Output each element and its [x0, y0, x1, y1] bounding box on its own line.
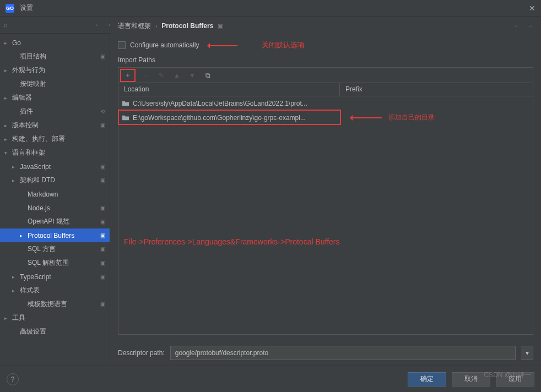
tree-item-label: Node.js	[28, 204, 99, 212]
tree-arrow-icon: ▸	[4, 95, 12, 101]
edit-button[interactable]: ✎	[156, 70, 166, 80]
tree-item-label: 版本控制	[12, 121, 99, 130]
apply-button[interactable]: 应用	[496, 372, 534, 386]
app-icon: GO	[6, 4, 14, 13]
tree-item-16[interactable]: SQL 解析范围▣	[0, 256, 110, 270]
chevron-right-icon: ›	[155, 23, 157, 29]
cancel-button[interactable]: 取消	[452, 372, 490, 386]
tree-item-11[interactable]: Markdown	[0, 187, 110, 201]
import-paths-toolbar: ＋ － ✎ ▲ ▼ ⧉	[118, 67, 533, 83]
content-pane: 语言和框架 › Protocol Buffers ▣ ← → Configure…	[110, 17, 541, 366]
scope-badge-icon	[99, 94, 106, 102]
scope-badge-icon: ▣	[99, 218, 106, 226]
tree-item-label: 工具	[12, 313, 99, 323]
tree-arrow-icon: ▸	[12, 164, 20, 170]
tree-item-label: 外观与行为	[12, 66, 99, 75]
search-input[interactable]	[9, 19, 94, 31]
tree-item-8[interactable]: ▾语言和框架	[0, 146, 110, 160]
descriptor-input[interactable]	[170, 346, 516, 360]
tree-arrow-icon: ▸	[4, 315, 12, 321]
tree-item-label: TypeScript	[20, 273, 99, 281]
tree-item-13[interactable]: OpenAPI 规范▣	[0, 215, 110, 228]
history-back-icon[interactable]: ←	[513, 22, 520, 30]
tree-item-3[interactable]: 按键映射	[0, 77, 110, 91]
scope-badge-icon	[99, 314, 106, 322]
tree-item-label: SQL 方言	[28, 244, 99, 254]
title-bar: GO 设置 ✕	[0, 0, 541, 17]
help-button[interactable]: ?	[7, 373, 19, 385]
table-row[interactable]: C:\Users\sly\AppData\Local\JetBrains\GoL…	[118, 96, 533, 111]
scope-badge-icon	[99, 80, 106, 88]
tree-item-21[interactable]: 高级设置	[0, 325, 110, 339]
tree-arrow-icon: ▸	[4, 123, 12, 128]
scope-badge-icon	[99, 67, 106, 74]
scope-badge-icon: ▣	[99, 177, 106, 184]
tree-arrow-icon: ▸	[12, 288, 20, 293]
tree-item-18[interactable]: ▸样式表	[0, 284, 110, 297]
history-forward-icon[interactable]: →	[527, 22, 533, 30]
add-button[interactable]: ＋	[123, 70, 133, 80]
tree-item-0[interactable]: ▸Go	[0, 36, 110, 50]
scope-badge-icon	[99, 190, 106, 198]
cell-location: E:\goWorkspace\github.com\Gopherlinzy\go…	[133, 114, 338, 122]
window-title: 设置	[20, 3, 33, 13]
tree-item-label: JavaScript	[20, 163, 99, 171]
move-down-button[interactable]: ▼	[187, 70, 197, 80]
tree-item-label: Go	[12, 39, 99, 47]
move-up-button[interactable]: ▲	[172, 70, 182, 80]
close-icon[interactable]: ✕	[529, 4, 535, 13]
back-icon[interactable]: ←	[94, 21, 101, 29]
descriptor-dropdown-button[interactable]: ▾	[521, 346, 533, 360]
tree-item-label: SQL 解析范围	[28, 258, 99, 268]
tree-item-9[interactable]: ▸JavaScript▣	[0, 160, 110, 173]
configure-auto-checkbox[interactable]	[118, 41, 126, 49]
tree-item-2[interactable]: ▸外观与行为	[0, 63, 110, 77]
scope-badge-icon	[99, 328, 106, 336]
scope-badge-icon: ▣	[99, 301, 106, 308]
tree-arrow-icon: ▸	[4, 40, 12, 46]
table-row[interactable]: E:\goWorkspace\github.com\Gopherlinzy\go…	[118, 111, 533, 125]
tree-arrow-icon: ▾	[4, 150, 12, 156]
tree-item-5[interactable]: 插件⟲	[0, 105, 110, 118]
tree-item-17[interactable]: ▸TypeScript▣	[0, 270, 110, 284]
remove-button[interactable]: －	[141, 70, 151, 80]
tree-arrow-icon: ▸	[4, 68, 12, 73]
breadcrumb: 语言和框架 › Protocol Buffers ▣ ← →	[110, 17, 541, 35]
tree-item-1[interactable]: 项目结构▣	[0, 50, 110, 63]
column-prefix: Prefix	[340, 83, 533, 96]
tree-item-label: 模板数据语言	[28, 300, 99, 309]
chevron-down-icon: ▾	[526, 349, 529, 357]
add-button-highlight: ＋	[120, 69, 136, 82]
tree-item-6[interactable]: ▸版本控制▣	[0, 118, 110, 132]
annotation-path-hint: File->Preferences->Languages&Frameworks-…	[124, 237, 340, 246]
ok-button[interactable]: 确定	[408, 372, 446, 386]
tree-item-4[interactable]: ▸编辑器	[0, 91, 110, 105]
tree-item-label: 项目结构	[20, 52, 99, 61]
annotation-add-dir: 添加自己的目录	[347, 113, 435, 122]
descriptor-label: Descriptor path:	[118, 349, 165, 357]
scope-badge-icon	[99, 149, 106, 157]
scope-badge-icon: ▣	[99, 163, 106, 171]
descriptor-row: Descriptor path: ▾	[110, 340, 541, 366]
cell-location: C:\Users\sly\AppData\Local\JetBrains\GoL…	[133, 100, 338, 107]
tree-item-12[interactable]: Node.js▣	[0, 201, 110, 215]
tree-item-14[interactable]: ▸Protocol Buffers▣	[0, 228, 110, 242]
annotation-close-default: 关闭默认选项	[262, 40, 305, 50]
tree-item-19[interactable]: 模板数据语言▣	[0, 297, 110, 311]
scope-badge-icon	[99, 39, 106, 47]
copy-button[interactable]: ⧉	[203, 70, 213, 80]
scope-badge-icon: ⟲	[99, 108, 106, 116]
configure-auto-label: Configure automatically	[130, 41, 199, 49]
tree-item-20[interactable]: ▸工具	[0, 311, 110, 325]
tree-item-label: 编辑器	[12, 93, 99, 102]
breadcrumb-a[interactable]: 语言和框架	[118, 21, 151, 31]
tree-item-15[interactable]: SQL 方言▣	[0, 242, 110, 256]
import-paths-table: Location Prefix C:\Users\sly\AppData\Loc…	[118, 83, 533, 335]
tree-item-7[interactable]: ▸构建、执行、部署	[0, 132, 110, 146]
settings-tree: ▸Go项目结构▣▸外观与行为按键映射▸编辑器插件⟲▸版本控制▣▸构建、执行、部署…	[0, 34, 110, 366]
annotation-arrow-icon	[210, 41, 236, 50]
tree-item-10[interactable]: ▸架构和 DTD▣	[0, 173, 110, 187]
tree-item-label: 插件	[20, 107, 99, 116]
scope-badge-icon: ▣	[218, 23, 223, 30]
scope-badge-icon: ▣	[99, 53, 106, 61]
